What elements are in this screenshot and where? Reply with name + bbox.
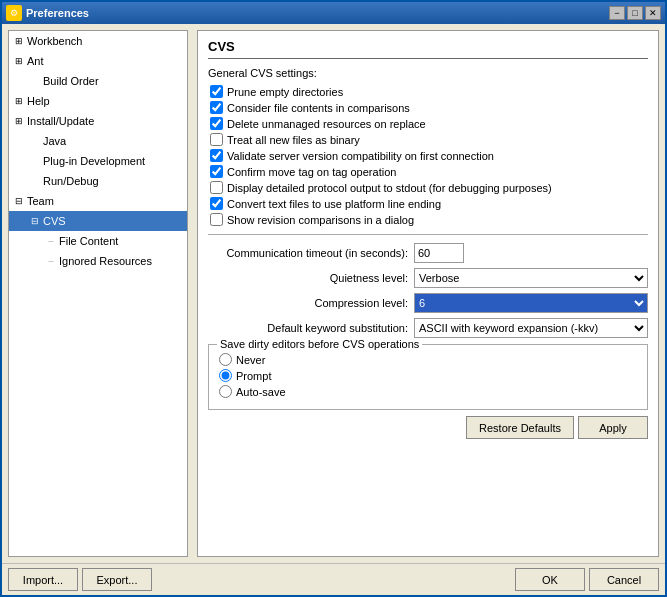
tree-label-file-content: File Content <box>59 235 118 247</box>
checkbox-show-revision: Show revision comparisons in a dialog <box>208 213 648 226</box>
panel-title: CVS <box>208 39 648 59</box>
apply-button[interactable]: Apply <box>578 416 648 439</box>
checkbox-treat-binary-label: Treat all new files as binary <box>227 134 360 146</box>
checkbox-delete-unmanaged-input[interactable] <box>210 117 223 130</box>
tree-label-workbench: Workbench <box>27 35 82 47</box>
radio-label-auto-save: Auto-save <box>236 386 286 398</box>
checkbox-prune-empty-input[interactable] <box>210 85 223 98</box>
import-button[interactable]: Import... <box>8 568 78 591</box>
field-label-keyword-sub: Default keyword substitution: <box>208 322 408 334</box>
separator-1 <box>208 234 648 235</box>
keyword-sub-select[interactable]: ASCII with keyword expansion (-kkv) Bina… <box>414 318 648 338</box>
content-area: ⊞ Workbench ⊞ Ant ▶ Build Order <box>2 24 665 563</box>
right-actions: Restore Defaults Apply <box>208 416 648 439</box>
tree-item-install-update[interactable]: ⊞ Install/Update <box>9 111 187 131</box>
tree-panel: ⊞ Workbench ⊞ Ant ▶ Build Order <box>8 30 188 557</box>
tree-item-plugin-dev[interactable]: Plug-in Development <box>9 151 187 171</box>
checkbox-convert-text-input[interactable] <box>210 197 223 210</box>
checkbox-prune-empty-label: Prune empty directories <box>227 86 343 98</box>
checkbox-validate-server: Validate server version compatibility on… <box>208 149 648 162</box>
export-button[interactable]: Export... <box>82 568 152 591</box>
title-buttons: − □ ✕ <box>609 6 661 20</box>
expander-team[interactable]: ⊟ <box>11 193 27 209</box>
tree-label-build-order: Build Order <box>43 75 99 87</box>
radio-row-prompt: Prompt <box>219 369 637 382</box>
radio-row-auto-save: Auto-save <box>219 385 637 398</box>
restore-defaults-button[interactable]: Restore Defaults <box>466 416 574 439</box>
expander-help[interactable]: ⊞ <box>11 93 27 109</box>
bottom-left-buttons: Import... Export... <box>8 568 152 591</box>
ok-button[interactable]: OK <box>515 568 585 591</box>
checkbox-convert-text: Convert text files to use platform line … <box>208 197 648 210</box>
checkbox-validate-server-label: Validate server version compatibility on… <box>227 150 494 162</box>
right-panel: CVS General CVS settings: Prune empty di… <box>191 24 665 563</box>
checkbox-delete-unmanaged: Delete unmanaged resources on replace <box>208 117 648 130</box>
expander-cvs[interactable]: ⊟ <box>27 213 43 229</box>
tree-item-build-order[interactable]: ▶ Build Order <box>9 71 187 91</box>
checkbox-confirm-move-input[interactable] <box>210 165 223 178</box>
radio-prompt[interactable] <box>219 369 232 382</box>
timeout-input[interactable] <box>414 243 464 263</box>
save-editors-group: Save dirty editors before CVS operations… <box>208 344 648 410</box>
preferences-window: ⚙ Preferences − □ ✕ ⊞ Workbench ⊞ Ant <box>0 0 667 597</box>
checkbox-show-revision-input[interactable] <box>210 213 223 226</box>
field-row-quietness: Quietness level: Verbose Quiet Really Qu… <box>208 268 648 288</box>
tree-label-ant: Ant <box>27 55 44 67</box>
maximize-button[interactable]: □ <box>627 6 643 20</box>
checkbox-show-revision-label: Show revision comparisons in a dialog <box>227 214 414 226</box>
section-label: General CVS settings: <box>208 67 648 79</box>
checkbox-consider-file-label: Consider file contents in comparisons <box>227 102 410 114</box>
panel-content: CVS General CVS settings: Prune empty di… <box>197 30 659 557</box>
quietness-select[interactable]: Verbose Quiet Really Quiet <box>414 268 648 288</box>
title-bar: ⚙ Preferences − □ ✕ <box>2 2 665 24</box>
field-row-keyword-sub: Default keyword substitution: ASCII with… <box>208 318 648 338</box>
tree-item-ant[interactable]: ⊞ Ant <box>9 51 187 71</box>
tree-label-install-update: Install/Update <box>27 115 94 127</box>
checkbox-prune-empty: Prune empty directories <box>208 85 648 98</box>
tree-label-help: Help <box>27 95 50 107</box>
radio-auto-save[interactable] <box>219 385 232 398</box>
expander-ignored-resources: – <box>43 253 59 269</box>
tree-item-team[interactable]: ⊟ Team <box>9 191 187 211</box>
title-bar-left: ⚙ Preferences <box>6 5 89 21</box>
expander-ant[interactable]: ⊞ <box>11 53 27 69</box>
radio-label-never: Never <box>236 354 265 366</box>
checkbox-convert-text-label: Convert text files to use platform line … <box>227 198 441 210</box>
checkbox-validate-server-input[interactable] <box>210 149 223 162</box>
checkbox-consider-file-input[interactable] <box>210 101 223 114</box>
compression-select[interactable]: 0123 456 789 <box>414 293 648 313</box>
tree-label-cvs: CVS <box>43 215 66 227</box>
group-box-title: Save dirty editors before CVS operations <box>217 338 422 350</box>
checkbox-display-protocol-label: Display detailed protocol output to stdo… <box>227 182 552 194</box>
checkbox-consider-file: Consider file contents in comparisons <box>208 101 648 114</box>
tree-item-cvs[interactable]: ⊟ CVS <box>9 211 187 231</box>
checkbox-display-protocol: Display detailed protocol output to stdo… <box>208 181 648 194</box>
field-row-timeout: Communication timeout (in seconds): <box>208 243 648 263</box>
checkbox-display-protocol-input[interactable] <box>210 181 223 194</box>
tree-label-team: Team <box>27 195 54 207</box>
tree-item-run-debug[interactable]: Run/Debug <box>9 171 187 191</box>
cancel-button[interactable]: Cancel <box>589 568 659 591</box>
checkbox-confirm-move-label: Confirm move tag on tag operation <box>227 166 396 178</box>
tree-label-java: Java <box>43 135 66 147</box>
radio-never[interactable] <box>219 353 232 366</box>
tree-item-ignored-resources[interactable]: – Ignored Resources <box>9 251 187 271</box>
tree-item-help[interactable]: ⊞ Help <box>9 91 187 111</box>
window-title: Preferences <box>26 7 89 19</box>
field-label-quietness: Quietness level: <box>208 272 408 284</box>
expander-workbench[interactable]: ⊞ <box>11 33 27 49</box>
tree-item-workbench[interactable]: ⊞ Workbench <box>9 31 187 51</box>
close-button[interactable]: ✕ <box>645 6 661 20</box>
tree-item-java[interactable]: Java <box>9 131 187 151</box>
checkbox-treat-binary-input[interactable] <box>210 133 223 146</box>
checkbox-delete-unmanaged-label: Delete unmanaged resources on replace <box>227 118 426 130</box>
radio-row-never: Never <box>219 353 637 366</box>
expander-install-update[interactable]: ⊞ <box>11 113 27 129</box>
minimize-button[interactable]: − <box>609 6 625 20</box>
tree-label-ignored-resources: Ignored Resources <box>59 255 152 267</box>
tree-label-plugin-dev: Plug-in Development <box>43 155 145 167</box>
expander-file-content: – <box>43 233 59 249</box>
field-label-timeout: Communication timeout (in seconds): <box>208 247 408 259</box>
checkbox-treat-binary: Treat all new files as binary <box>208 133 648 146</box>
tree-item-file-content[interactable]: – File Content <box>9 231 187 251</box>
